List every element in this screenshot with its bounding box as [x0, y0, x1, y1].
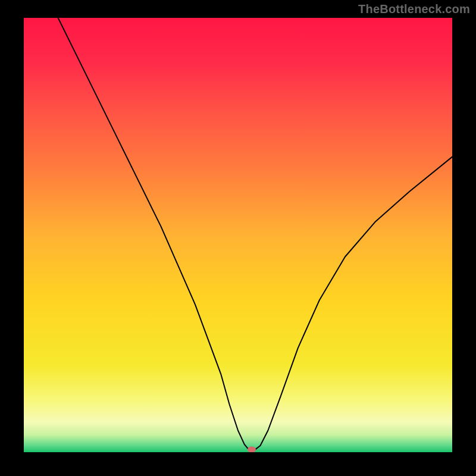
plot-area [24, 18, 452, 452]
gradient-background [24, 18, 452, 452]
attribution-label: TheBottleneck.com [358, 2, 470, 16]
bottleneck-plot [24, 18, 452, 452]
chart-frame: TheBottleneck.com [0, 0, 476, 476]
